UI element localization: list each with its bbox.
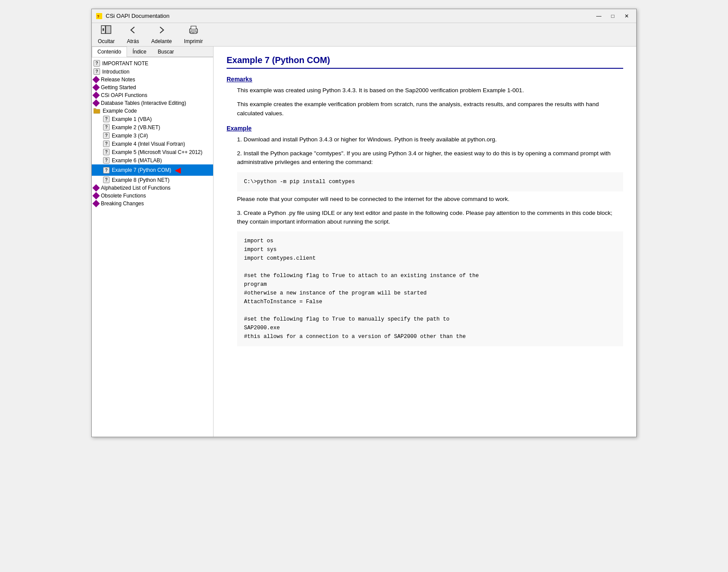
tab-indice[interactable]: Índice [127, 47, 152, 57]
adelante-icon [157, 25, 166, 37]
selection-arrow: ◀ [175, 165, 181, 175]
tree-icon-obsolete [94, 193, 99, 198]
imprimir-label: Imprimir [184, 38, 203, 44]
code-block-2: import os import sys import comtypes.cli… [237, 231, 623, 346]
atras-label: Atrás [127, 38, 139, 44]
imprimir-button[interactable]: Imprimir [181, 24, 205, 45]
tree-item-example-code[interactable]: Example Code [92, 107, 213, 115]
tree-item-introduction[interactable]: ?Introduction [92, 67, 213, 76]
tree-label-release-notes: Release Notes [101, 77, 135, 83]
tree-icon-database-tables [94, 100, 99, 106]
tree-icon-example-code [94, 108, 100, 114]
section-example-heading[interactable]: Example [227, 125, 623, 132]
adelante-button[interactable]: Adelante [149, 24, 174, 45]
tree-label-example7: Example 7 (Python COM) [112, 167, 171, 173]
tree-label-example1: Example 1 (VBA) [112, 116, 152, 122]
tree-item-example2[interactable]: ?Example 2 (VB.NET) [92, 123, 213, 131]
tree-label-introduction: Introduction [102, 69, 130, 75]
tree-label-database-tables: Database Tables (Interactive Editing) [101, 100, 186, 106]
tree-item-database-tables[interactable]: Database Tables (Interactive Editing) [92, 99, 213, 107]
tree-icon-example2: ? [103, 124, 110, 130]
tree-item-breaking-changes[interactable]: Breaking Changes [92, 200, 213, 207]
tree-label-example2: Example 2 (VB.NET) [112, 124, 160, 130]
tree-label-example5: Example 5 (Microsoft Visual C++ 2012) [112, 149, 203, 155]
tree-icon-introduction: ? [94, 68, 100, 75]
ocultar-button[interactable]: Ocultar [95, 24, 117, 45]
main-area: Contenido Índice Buscar ?IMPORTANT NOTE?… [92, 47, 636, 437]
sidebar: Contenido Índice Buscar ?IMPORTANT NOTE?… [92, 47, 214, 437]
main-window: ? CSi OAPI Documentation — □ ✕ Ocultar [91, 9, 637, 437]
tree-icon-example1: ? [103, 116, 110, 122]
adelante-label: Adelante [151, 38, 172, 44]
code-block-1: C:\>python -m pip install comtypes [237, 172, 623, 191]
tree-icon-csi-oapi-functions [94, 93, 99, 98]
atras-button[interactable]: Atrás [124, 24, 142, 45]
imprimir-icon [188, 25, 199, 37]
tree-icon-important-note: ? [94, 60, 100, 67]
example-para1: 1. Download and install Python 3.4.3 or … [237, 135, 623, 144]
tree-item-release-notes[interactable]: Release Notes [92, 76, 213, 84]
close-button[interactable]: ✕ [621, 11, 633, 21]
tree-item-example7[interactable]: ?Example 7 (Python COM)◀ [92, 164, 213, 176]
content-area: Example 7 (Python COM) Remarks This exam… [214, 47, 636, 437]
tree-item-example5[interactable]: ?Example 5 (Microsoft Visual C++ 2012) [92, 148, 213, 156]
tree-item-alphabetized[interactable]: Alphabetized List of Functions [92, 184, 213, 192]
minimize-button[interactable]: — [593, 11, 605, 21]
ocultar-label: Ocultar [98, 38, 115, 44]
app-icon: ? [95, 12, 103, 20]
title-bar: ? CSi OAPI Documentation — □ ✕ [92, 9, 636, 23]
tree-item-example3[interactable]: ?Example 3 (C#) [92, 131, 213, 140]
tree-item-getting-started[interactable]: Getting Started [92, 84, 213, 91]
example-para3: Please note that your computer will need… [237, 195, 623, 204]
example-para4: 3. Create a Python .py file using IDLE o… [237, 209, 623, 227]
tree-item-example4[interactable]: ?Example 4 (Intel Visual Fortran) [92, 140, 213, 148]
tree-item-csi-oapi-functions[interactable]: CSi OAPI Functions [92, 91, 213, 99]
tab-contenido[interactable]: Contenido [92, 47, 127, 57]
tree-label-example-code: Example Code [103, 108, 137, 114]
tab-buscar[interactable]: Buscar [152, 47, 180, 57]
section-remarks-heading[interactable]: Remarks [227, 76, 623, 83]
window-title: CSi OAPI Documentation [106, 13, 593, 19]
content-title: Example 7 (Python COM) [227, 55, 623, 69]
tree-icon-breaking-changes [94, 201, 99, 206]
tree-icon-example5: ? [103, 149, 110, 155]
tree-label-example6: Example 6 (MATLAB) [112, 157, 162, 164]
svg-rect-11 [94, 109, 100, 114]
example-para2: 2. Install the Python package "comtypes"… [237, 149, 623, 167]
tree-label-obsolete: Obsolete Functions [101, 193, 146, 199]
tree-icon-example7: ? [103, 167, 110, 174]
tree-item-example6[interactable]: ?Example 6 (MATLAB) [92, 156, 213, 164]
tree-label-important-note: IMPORTANT NOTE [102, 60, 148, 67]
tree-icon-example4: ? [103, 140, 110, 147]
atras-icon [128, 25, 138, 37]
tree-icon-example6: ? [103, 157, 110, 164]
tree-label-getting-started: Getting Started [101, 84, 136, 90]
tree: ?IMPORTANT NOTE?IntroductionRelease Note… [92, 57, 213, 437]
tree-icon-example8: ? [103, 177, 110, 183]
tree-icon-getting-started [94, 85, 99, 90]
tree-icon-alphabetized [94, 185, 99, 191]
svg-text:?: ? [97, 14, 100, 19]
tree-icon-example3: ? [103, 132, 110, 139]
svg-rect-3 [106, 26, 111, 33]
tree-item-example8[interactable]: ?Example 8 (Python NET) [92, 176, 213, 184]
svg-rect-7 [191, 26, 196, 29]
tree-label-example8: Example 8 (Python NET) [112, 177, 170, 183]
tree-label-example4: Example 4 (Intel Visual Fortran) [112, 141, 185, 147]
sidebar-tabs: Contenido Índice Buscar [92, 47, 213, 57]
tree-label-alphabetized: Alphabetized List of Functions [101, 185, 170, 191]
tree-item-obsolete[interactable]: Obsolete Functions [92, 192, 213, 200]
tree-label-csi-oapi-functions: CSi OAPI Functions [101, 92, 147, 98]
tree-label-example3: Example 3 (C#) [112, 133, 148, 139]
remarks-para2: This example creates the example verific… [237, 100, 623, 118]
ocultar-icon [101, 25, 111, 37]
toolbar: Ocultar Atrás Adelante [92, 23, 636, 47]
tree-item-important-note[interactable]: ?IMPORTANT NOTE [92, 59, 213, 67]
tree-item-example1[interactable]: ?Example 1 (VBA) [92, 115, 213, 123]
remarks-para1: This example was created using Python 3.… [237, 86, 623, 95]
tree-label-breaking-changes: Breaking Changes [101, 201, 144, 207]
window-controls: — □ ✕ [593, 11, 633, 21]
tree-icon-release-notes [94, 77, 99, 82]
maximize-button[interactable]: □ [607, 11, 619, 21]
